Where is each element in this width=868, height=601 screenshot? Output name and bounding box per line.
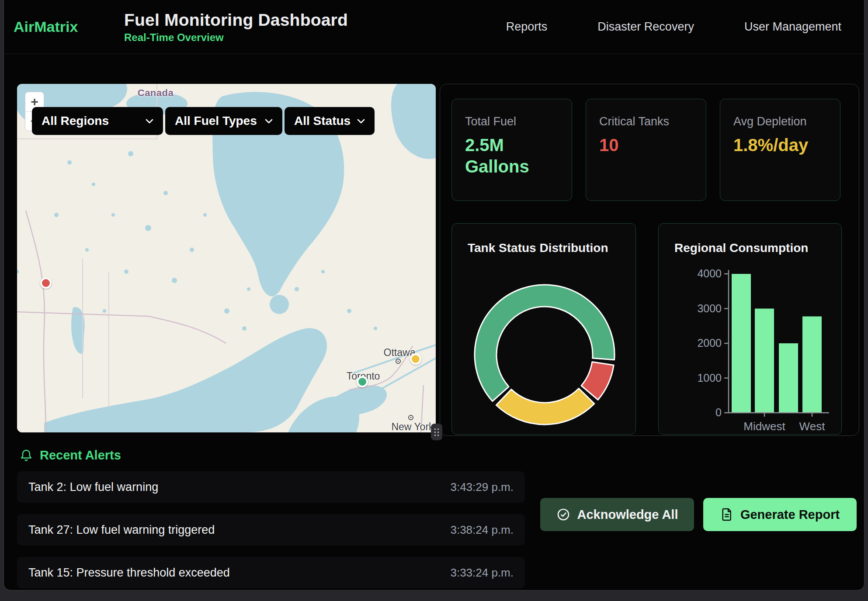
stat-label: Avg Depletion bbox=[733, 115, 827, 128]
nav-user-management[interactable]: User Management bbox=[744, 20, 841, 34]
nav-disaster-recovery[interactable]: Disaster Recovery bbox=[597, 20, 694, 34]
stat-value: 10 bbox=[599, 135, 693, 156]
stat-card-avg-depletion: Avg Depletion 1.8%/day bbox=[720, 99, 840, 201]
title-block: Fuel Monitoring Dashboard Real-Time Over… bbox=[124, 10, 348, 44]
recent-alerts-header: Recent Alerts bbox=[20, 448, 121, 463]
tank-status-distribution-card: Tank Status Distribution bbox=[451, 223, 636, 435]
page-title: Fuel Monitoring Dashboard bbox=[124, 10, 348, 30]
chevron-down-icon bbox=[265, 119, 273, 124]
brand-logo: AirMatrix bbox=[14, 18, 124, 35]
ottawa-city-dot bbox=[395, 358, 401, 364]
main-nav: Reports Disaster Recovery User Managemen… bbox=[506, 20, 841, 34]
recent-alerts-title: Recent Alerts bbox=[40, 448, 121, 463]
svg-text:Midwest: Midwest bbox=[743, 420, 785, 433]
generate-report-label: Generate Report bbox=[740, 508, 840, 522]
acknowledge-all-label: Acknowledge All bbox=[577, 508, 678, 522]
svg-text:West: West bbox=[799, 420, 826, 433]
tank-marker-warning[interactable] bbox=[410, 353, 421, 365]
alert-timestamp: 3:38:24 p.m. bbox=[450, 523, 514, 537]
stat-value: 1.8%/day bbox=[733, 135, 799, 156]
metrics-panel: Total Fuel 2.5M Gallons Critical Tanks 1… bbox=[440, 84, 859, 436]
svg-text:4000: 4000 bbox=[697, 267, 722, 280]
bar bbox=[755, 309, 774, 413]
donut-segment-critical bbox=[581, 362, 614, 400]
document-icon bbox=[720, 508, 733, 522]
regional-consumption-card: Regional Consumption 01000200030004000Mi… bbox=[658, 223, 842, 435]
chart-title: Tank Status Distribution bbox=[468, 241, 608, 255]
bar bbox=[779, 343, 798, 413]
svg-text:2000: 2000 bbox=[697, 337, 722, 349]
alert-timestamp: 3:43:29 p.m. bbox=[450, 480, 514, 494]
region-filter-value: All Regions bbox=[42, 114, 109, 128]
tank-map[interactable]: Canada Ottawa Toronto New York + − All R… bbox=[17, 84, 436, 432]
new-york-city-dot bbox=[408, 414, 414, 421]
svg-text:0: 0 bbox=[715, 406, 722, 418]
tank-status-donut-chart bbox=[452, 262, 636, 435]
fuel-type-filter-dropdown[interactable]: All Fuel Types bbox=[165, 107, 282, 135]
bell-icon bbox=[20, 449, 33, 463]
header: AirMatrix Fuel Monitoring Dashboard Real… bbox=[4, 0, 864, 54]
alert-text: Tank 15: Pressure threshold exceeded bbox=[28, 566, 230, 580]
tank-marker-normal[interactable] bbox=[357, 376, 368, 387]
map-label-canada: Canada bbox=[125, 87, 186, 99]
donut-segment-warning bbox=[496, 388, 594, 425]
region-filter-dropdown[interactable]: All Regions bbox=[32, 107, 163, 135]
page-subtitle: Real-Time Overview bbox=[124, 31, 348, 44]
regional-consumption-bar-chart: 01000200030004000MidwestWest bbox=[659, 224, 842, 435]
alert-timestamp: 3:33:24 p.m. bbox=[450, 566, 514, 580]
stat-label: Total Fuel bbox=[465, 115, 559, 128]
check-circle-icon bbox=[556, 508, 570, 522]
map-resize-handle[interactable] bbox=[431, 424, 442, 440]
bar bbox=[732, 274, 751, 413]
status-filter-dropdown[interactable]: All Status bbox=[285, 107, 375, 135]
chevron-down-icon bbox=[357, 119, 365, 124]
alert-text: Tank 27: Low fuel warning triggered bbox=[28, 523, 215, 537]
svg-text:1000: 1000 bbox=[697, 372, 722, 384]
alert-row[interactable]: Tank 15: Pressure threshold exceeded 3:3… bbox=[17, 557, 525, 588]
stat-label: Critical Tanks bbox=[599, 115, 693, 128]
svg-text:3000: 3000 bbox=[697, 302, 722, 314]
tank-marker-critical[interactable] bbox=[40, 277, 52, 289]
map-label-new-york: New York bbox=[382, 421, 436, 432]
stat-card-total-fuel: Total Fuel 2.5M Gallons bbox=[451, 99, 572, 201]
acknowledge-all-button[interactable]: Acknowledge All bbox=[540, 498, 694, 531]
status-filter-value: All Status bbox=[294, 114, 351, 128]
alert-text: Tank 2: Low fuel warning bbox=[28, 480, 158, 494]
stat-value: 2.5M Gallons bbox=[465, 135, 535, 177]
alert-row[interactable]: Tank 27: Low fuel warning triggered 3:38… bbox=[17, 514, 525, 546]
alert-row[interactable]: Tank 2: Low fuel warning 3:43:29 p.m. bbox=[17, 471, 525, 503]
generate-report-button[interactable]: Generate Report bbox=[703, 498, 857, 531]
bar bbox=[802, 316, 822, 413]
nav-reports[interactable]: Reports bbox=[506, 20, 548, 34]
app-window: AirMatrix Fuel Monitoring Dashboard Real… bbox=[3, 0, 865, 591]
fuel-type-filter-value: All Fuel Types bbox=[175, 114, 257, 128]
chevron-down-icon bbox=[146, 119, 153, 124]
stat-card-critical-tanks: Critical Tanks 10 bbox=[586, 99, 706, 201]
